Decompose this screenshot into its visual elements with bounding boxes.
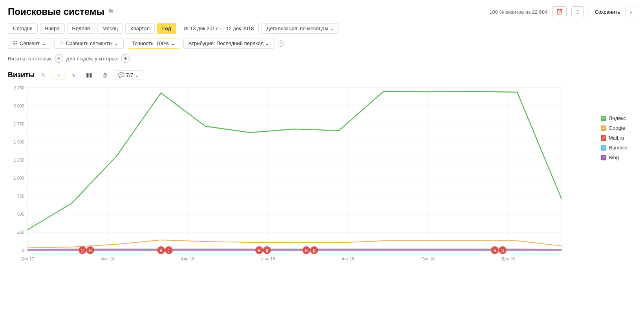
svg-text:500: 500 <box>17 212 24 216</box>
svg-text:750: 750 <box>17 194 24 198</box>
line-chart-button[interactable]: ∼ <box>53 70 64 80</box>
for-people-text: для людей, у которых <box>66 56 118 62</box>
chart-title: Визиты <box>8 71 35 79</box>
svg-text:)): )) <box>81 249 84 253</box>
save-button[interactable]: Сохранить <box>589 7 626 17</box>
add-people-condition-button[interactable]: + <box>121 54 130 63</box>
legend-label-mailru: Mail.ru <box>609 135 624 141</box>
legend-item-google[interactable]: ✓ Google <box>601 125 636 131</box>
compare-label: Сравнить сегменты <box>66 40 113 46</box>
svg-text:)): )) <box>501 249 504 253</box>
legend-label-yandex: Яндекс <box>609 115 626 121</box>
attribution-button[interactable]: Атрибуция: Последний переход ⌄ <box>183 38 274 49</box>
svg-text:Дек 18: Дек 18 <box>501 256 515 261</box>
chevron-down-icon: ⌄ <box>42 40 46 46</box>
legend-item-mailru[interactable]: ✓ Mail.ru <box>601 135 636 141</box>
legend-label-google: Google <box>609 125 625 131</box>
chevron-down-icon: ⌄ <box>329 25 334 31</box>
tab-yesterday[interactable]: Вчера <box>40 23 65 34</box>
export-button[interactable]: ⇧ <box>571 6 584 17</box>
save-dropdown-button[interactable]: ⌄ <box>626 7 636 17</box>
tab-year[interactable]: Год <box>157 23 176 34</box>
detail-label: Детализация: по месяцам <box>266 25 328 31</box>
compare-icon: ♢ <box>59 40 64 46</box>
tab-month[interactable]: Месяц <box>97 23 123 34</box>
svg-text:1 250: 1 250 <box>13 158 24 162</box>
history-button[interactable]: ⏰ <box>552 6 567 17</box>
mailru-line <box>27 249 562 249</box>
page-title: Поисковые системы <box>8 6 104 17</box>
help-icon[interactable]: ? <box>278 40 284 47</box>
scatter-chart-button[interactable]: ◎ <box>99 70 111 80</box>
chevron-down-icon: ⌄ <box>265 40 269 46</box>
bookmark-icon[interactable]: ⚑ <box>108 7 114 16</box>
svg-text:)): )) <box>313 249 315 253</box>
date-range-button[interactable]: ⧉ 13 дек 2017 — 12 дек 2018 <box>179 23 259 34</box>
segment-label: Сегмент <box>20 40 40 46</box>
legend-item-bing[interactable]: ✓ Bing <box>601 154 636 160</box>
tab-today[interactable]: Сегодня <box>8 23 38 34</box>
tab-week[interactable]: Неделя <box>67 23 95 34</box>
svg-text:): ) <box>168 249 170 253</box>
svg-text:H: H <box>160 249 163 253</box>
filter-row: ☷ Сегмент ⌄ ♢ Сравнить сегменты ⌄ Точнос… <box>8 38 636 49</box>
area-chart-button[interactable]: ∿ <box>68 70 79 80</box>
svg-text:H: H <box>305 249 308 253</box>
chart-toolbar: Визиты ↻ ∼ ∿ ▮▮ ◎ 💬 7/7 ⌄ <box>8 70 636 80</box>
svg-text:H: H <box>494 249 496 253</box>
bar-chart-button[interactable]: ▮▮ <box>82 70 96 80</box>
svg-text:2 000: 2 000 <box>13 104 24 108</box>
legend-item-rambler[interactable]: ✓ Rambler <box>601 145 636 151</box>
detail-button[interactable]: Детализация: по месяцам ⌄ <box>261 23 339 34</box>
svg-text:1 000: 1 000 <box>13 176 24 180</box>
add-visits-condition-button[interactable]: + <box>55 54 63 63</box>
chart-legend: ✓ Яндекс ✓ Google ✓ Mail.ru <box>601 84 636 164</box>
visits-info: 100 % визитов из 22 684 <box>489 9 547 15</box>
save-button-group: Сохранить ⌄ <box>589 7 636 17</box>
page-header: Поисковые системы ⚑ 100 % визитов из 22 … <box>8 6 636 17</box>
svg-text:Окт 18: Окт 18 <box>421 256 435 261</box>
period-row: Сегодня Вчера Неделя Месяц Квартал Год ⧉… <box>8 23 636 34</box>
svg-text:H: H <box>258 249 261 253</box>
svg-text:0: 0 <box>22 248 24 253</box>
chart-svg: 2 250 2 000 1 750 1 500 1 250 1 000 750 … <box>8 84 569 264</box>
svg-text:250: 250 <box>17 230 24 234</box>
attribution-label: Атрибуция: Последний переход <box>188 40 263 46</box>
svg-text:H: H <box>89 249 92 253</box>
chart-section: Визиты ↻ ∼ ∿ ▮▮ ◎ 💬 7/7 ⌄ <box>8 70 636 264</box>
chart-wrap: 2 250 2 000 1 750 1 500 1 250 1 000 750 … <box>8 84 636 264</box>
chevron-down-icon: ⌄ <box>171 40 175 46</box>
segment-button[interactable]: ☷ Сегмент ⌄ <box>8 38 51 49</box>
chevron-down-icon: ⌄ <box>135 72 139 78</box>
date-range-label: 13 дек 2017 — 12 дек 2018 <box>190 25 254 31</box>
header-left: Поисковые системы ⚑ <box>8 6 114 17</box>
svg-text:Июн 18: Июн 18 <box>260 256 275 261</box>
compare-segments-button[interactable]: ♢ Сравнить сегменты ⌄ <box>54 38 124 49</box>
chevron-down-icon: ⌄ <box>114 40 119 46</box>
refresh-button[interactable]: ↻ <box>38 70 49 80</box>
visits-condition-text: Визиты, в которых <box>8 56 51 62</box>
legend-label-rambler: Rambler <box>609 145 628 151</box>
svg-text:Дек 17: Дек 17 <box>21 256 34 261</box>
comment-icon: 💬 <box>118 72 124 78</box>
svg-text:2 250: 2 250 <box>13 85 24 90</box>
svg-text:Авг 18: Авг 18 <box>342 256 354 261</box>
grid-icon: ⧉ <box>184 25 188 32</box>
legend-item-yandex[interactable]: ✓ Яндекс <box>601 115 636 121</box>
legend-label-bing: Bing <box>609 154 619 160</box>
accuracy-button[interactable]: Точность: 100% ⌄ <box>127 38 180 49</box>
tab-quarter[interactable]: Квартал <box>125 23 155 34</box>
svg-text:1 500: 1 500 <box>13 140 24 144</box>
filter-icon: ☷ <box>13 40 18 46</box>
svg-text:)): )) <box>266 249 268 253</box>
accuracy-label: Точность: 100% <box>132 40 169 46</box>
chart-area: 2 250 2 000 1 750 1 500 1 250 1 000 750 … <box>8 84 593 264</box>
condition-row: Визиты, в которых + для людей, у которых… <box>8 54 636 63</box>
header-right: 100 % визитов из 22 684 ⏰ ⇧ Сохранить ⌄ <box>489 6 636 17</box>
svg-text:Апр 18: Апр 18 <box>181 256 195 261</box>
comments-count: 7/7 <box>126 72 133 78</box>
comments-button[interactable]: 💬 7/7 ⌄ <box>114 70 143 80</box>
svg-text:Фев 18: Фев 18 <box>101 256 115 261</box>
svg-text:1 750: 1 750 <box>13 122 24 126</box>
